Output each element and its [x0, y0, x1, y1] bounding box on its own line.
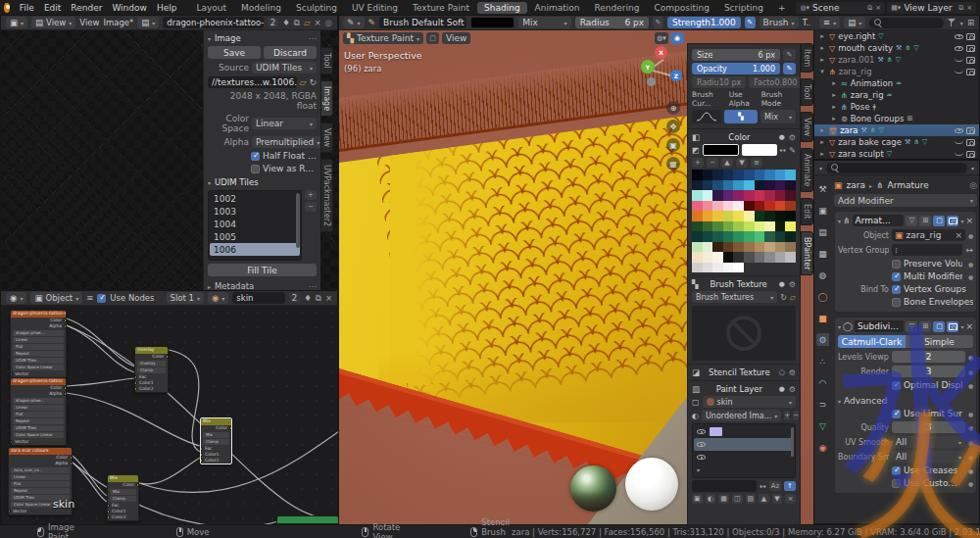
workspace-tab-modeling[interactable]: Modeling [234, 2, 288, 14]
layer-search-input[interactable] [692, 480, 757, 492]
node-row[interactable]: UDIM Tiles [13, 358, 64, 364]
render-visibility-icon[interactable] [966, 57, 975, 64]
grid-ortho-icon[interactable]: ▦ [666, 157, 680, 171]
node-row[interactable]: zara_scar_co... [11, 467, 70, 473]
expand-icon[interactable]: ▸ [818, 150, 826, 158]
tab-view[interactable]: View [801, 112, 813, 142]
open-file-icon[interactable]: ▱ [300, 77, 307, 87]
brush-menu[interactable]: Brush▾ [760, 17, 799, 28]
gizmo-minus-axis[interactable] [647, 77, 656, 86]
node-row[interactable]: Linear [13, 405, 64, 411]
node-header[interactable]: dragon-phoenix-tattoo-scale-shadow [11, 311, 66, 318]
use-limit-surface-checkbox[interactable] [892, 410, 901, 418]
scene-selector[interactable]: ◍▾ Scene ⧉ × [796, 2, 885, 14]
outliner-item-name[interactable]: Pose [851, 102, 870, 112]
properties-editor-type-icon[interactable]: ▾ [819, 165, 822, 171]
palette-color[interactable] [712, 190, 723, 201]
palette-color[interactable] [703, 211, 713, 221]
use-nodes-checkbox[interactable] [97, 294, 106, 303]
image-mode-dropdown[interactable]: ▤View▾ [31, 17, 75, 28]
palette-color[interactable] [775, 242, 786, 253]
layer-visibility-icon[interactable] [697, 455, 706, 460]
palette-color[interactable] [723, 201, 734, 212]
render-visibility-icon[interactable] [966, 33, 975, 40]
remove-layer-button[interactable]: − [793, 411, 799, 420]
preserve-volume-checkbox[interactable] [892, 260, 901, 269]
workspace-tab-scripting[interactable]: Scripting [717, 2, 770, 14]
zoom-icon[interactable]: ⊕ [666, 101, 680, 115]
properties-tab-modifiers[interactable]: ⚙ [816, 333, 829, 346]
image-users-count[interactable]: 2 [268, 18, 278, 27]
properties-tab-render[interactable]: ▣ [816, 204, 829, 217]
properties-tab-scene[interactable]: ◍ [816, 269, 829, 281]
procedural-layer-button[interactable]: ▨ [746, 494, 757, 504]
palette-color[interactable] [764, 201, 775, 212]
size-slider[interactable]: Size6 px [692, 49, 780, 61]
use-custom-normals-checkbox[interactable] [892, 479, 901, 488]
shader-node[interactable]: OverlayColorOverlayClampFacColor1Color2 [134, 346, 169, 393]
udim-tile-1003[interactable]: 1003 [210, 205, 300, 218]
move-layer-down-button[interactable]: ▼ [772, 494, 783, 504]
filter-type-dropdown[interactable]: ▤▾ [844, 17, 865, 28]
unlink-material-icon[interactable]: × [325, 293, 332, 303]
paint-layer-row[interactable] [694, 438, 794, 451]
palette-color[interactable] [785, 170, 796, 180]
levels-viewport-field[interactable]: 2 [892, 351, 965, 363]
workspace-tab-texture-paint[interactable]: Texture Paint [406, 2, 476, 14]
palette-color[interactable] [692, 242, 703, 253]
udim-tile-1005[interactable]: 1005 [210, 230, 300, 243]
advanced-collapse-icon[interactable]: ▾ [838, 398, 841, 405]
input-socket[interactable] [135, 381, 137, 385]
palette-color[interactable] [755, 221, 765, 232]
outliner-row-Pose[interactable]: ▸⋔Poseǂ [814, 101, 979, 113]
collapse-icon[interactable]: ▾ [838, 218, 841, 224]
input-socket[interactable] [11, 440, 13, 444]
folder-icon[interactable]: ▱ [790, 293, 796, 302]
radius-slider[interactable]: Radius6 px [575, 17, 649, 28]
output-socket[interactable] [229, 426, 231, 430]
palette-color[interactable] [712, 180, 723, 191]
outliner-row-zara_rig[interactable]: ▾⋔zara_rig [814, 66, 979, 77]
palette-color[interactable] [733, 242, 744, 253]
palette-color[interactable] [755, 170, 765, 180]
material-preview-icon[interactable]: ◉ [670, 32, 684, 44]
view-layer-name[interactable]: View Layer [904, 3, 956, 13]
outliner-row-mouth-cavity[interactable]: ▸▽mouth cavity⚒⋔▽ [814, 42, 979, 54]
material-users-count[interactable]: 2 [289, 293, 300, 303]
edit-mode-toggle[interactable]: ▽ [906, 321, 917, 332]
opacity-pressure-icon[interactable]: ✎ [783, 63, 796, 74]
palette-color[interactable] [703, 242, 713, 253]
palette-color[interactable] [744, 221, 755, 232]
properties-tab-active-tool[interactable]: ⚒ [816, 182, 829, 195]
palette-color[interactable] [703, 252, 713, 263]
node-row[interactable]: Flat [11, 481, 70, 487]
brush-name-field[interactable]: Brush Default Soft [379, 17, 466, 28]
palette-color[interactable] [703, 170, 713, 180]
expand-icon[interactable]: ▸ [818, 44, 826, 52]
palette-color[interactable] [775, 190, 786, 201]
shader-type-dropdown[interactable]: ▣Object▾ [30, 292, 82, 304]
new-view-layer-icon[interactable]: ⧉ [958, 4, 963, 12]
palette-color[interactable] [785, 221, 796, 232]
node-row[interactable]: Color Space Linear [13, 432, 64, 438]
palette-color[interactable] [733, 231, 744, 242]
tab-uvpackmaster2[interactable]: UVPackmaster2 [320, 159, 333, 232]
palette-color[interactable] [712, 252, 723, 263]
node-row[interactable]: dragon-phoe... [13, 330, 64, 336]
palette-color[interactable] [692, 231, 703, 242]
refresh-icon[interactable]: ↻ [780, 293, 787, 302]
new-scene-icon[interactable]: ⧉ [867, 4, 872, 12]
node-header[interactable]: Overlay [135, 347, 168, 354]
palette-color[interactable] [785, 211, 796, 221]
palette-color[interactable] [764, 190, 775, 201]
palette-add-button[interactable]: + [692, 158, 704, 168]
primary-color-swatch[interactable] [703, 144, 740, 156]
multi-modifier-checkbox[interactable] [892, 272, 901, 281]
secondary-color-swatch[interactable] [742, 144, 777, 156]
input-socket[interactable] [201, 447, 203, 451]
palette-color[interactable] [744, 242, 755, 253]
half-float-checkbox[interactable] [251, 152, 260, 161]
sort-alpha-button[interactable]: Az [769, 481, 781, 491]
menu-window[interactable]: Window [107, 3, 152, 13]
udim-tile-1006[interactable]: 1006 [210, 243, 300, 256]
